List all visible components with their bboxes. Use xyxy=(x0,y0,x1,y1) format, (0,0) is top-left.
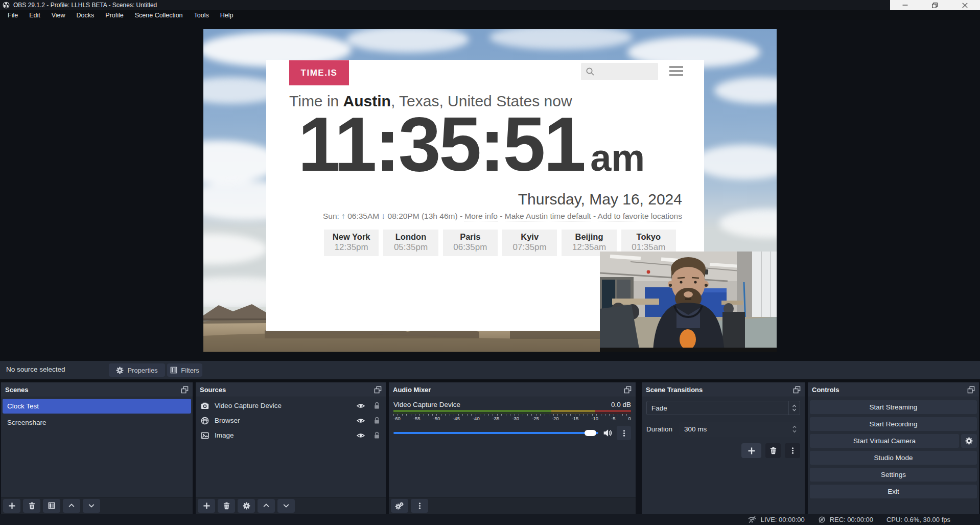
virtual-camera-config-button[interactable] xyxy=(961,434,977,448)
window-title: OBS 29.1.2 - Profile: LLHLS BETA - Scene… xyxy=(13,2,157,9)
remove-transition-button[interactable] xyxy=(765,443,781,458)
popout-icon[interactable] xyxy=(624,386,632,394)
duration-spin-arrows[interactable] xyxy=(792,422,797,437)
transition-selected-value: Fade xyxy=(647,404,788,412)
scenes-panel-header[interactable]: Scenes xyxy=(1,382,193,397)
advanced-audio-button[interactable] xyxy=(391,499,408,513)
kebab-icon xyxy=(789,447,797,454)
transition-select-arrows[interactable] xyxy=(788,401,800,415)
remove-scene-button[interactable] xyxy=(23,499,40,513)
start-virtual-camera-button[interactable]: Start Virtual Camera xyxy=(810,434,959,448)
mixer-options-button[interactable] xyxy=(617,426,631,440)
exit-button[interactable]: Exit xyxy=(810,485,977,498)
close-button[interactable] xyxy=(958,1,973,10)
chevron-down-icon xyxy=(792,430,797,433)
menu-help[interactable]: Help xyxy=(215,10,239,20)
speaker-icon[interactable] xyxy=(603,428,612,438)
city-card: New York12:35pm xyxy=(324,230,379,256)
lock-open-icon[interactable] xyxy=(373,402,381,409)
volume-slider-handle[interactable] xyxy=(585,430,596,436)
start-recording-button[interactable]: Start Recording xyxy=(810,417,977,431)
popout-icon[interactable] xyxy=(374,386,382,394)
add-scene-button[interactable] xyxy=(3,499,20,513)
timeis-sun-line: Sun: ↑ 06:35AM ↓ 08:20PM (13h 46m) - Mor… xyxy=(323,212,682,221)
obs-logo-icon xyxy=(3,2,10,9)
filter-icon xyxy=(170,367,177,374)
transitions-header[interactable]: Scene Transitions xyxy=(642,382,805,397)
add-source-button[interactable] xyxy=(198,499,215,513)
controls-title: Controls xyxy=(812,386,839,394)
studio-mode-button[interactable]: Studio Mode xyxy=(810,451,977,465)
audio-mixer-header[interactable]: Audio Mixer xyxy=(389,382,636,397)
menu-tools[interactable]: Tools xyxy=(189,10,215,20)
settings-button[interactable]: Settings xyxy=(810,468,977,482)
scene-item-screenshare[interactable]: Screenshare xyxy=(3,415,191,430)
source-row-video-capture[interactable]: Video Capture Device xyxy=(196,398,386,413)
status-bar: LIVE: 00:00:00 REC: 00:00:00 CPU: 0.6%, … xyxy=(0,514,980,525)
gear-icon xyxy=(965,437,973,445)
transition-select[interactable]: Fade xyxy=(646,401,800,415)
duration-spinbox[interactable]: 300 ms xyxy=(679,422,800,437)
mixer-channel-name: Video Capture Device xyxy=(393,401,460,408)
audio-mixer-title: Audio Mixer xyxy=(393,386,431,394)
controls-header[interactable]: Controls xyxy=(808,382,979,397)
scene-transitions-panel: Scene Transitions Fade Duration 300 ms xyxy=(642,382,805,514)
menu-profile[interactable]: Profile xyxy=(100,10,129,20)
sources-list: Video Capture Device Browser Image xyxy=(196,397,386,443)
audio-mixer-toolbar xyxy=(389,497,636,514)
scene-filters-button[interactable] xyxy=(43,499,60,513)
move-scene-down-button[interactable] xyxy=(83,499,100,513)
chevron-up-icon xyxy=(68,502,75,509)
menu-edit[interactable]: Edit xyxy=(24,10,46,20)
sources-panel-title: Sources xyxy=(200,386,226,394)
popout-icon[interactable] xyxy=(967,386,975,394)
lock-open-icon[interactable] xyxy=(373,417,381,424)
popout-icon[interactable] xyxy=(181,386,189,394)
filters-button[interactable]: Filters xyxy=(167,363,202,377)
close-icon xyxy=(962,3,968,8)
timeis-link-add-favorite: Add to favorite locations xyxy=(598,212,682,221)
menu-scene-collection[interactable]: Scene Collection xyxy=(129,10,189,20)
mixer-menu-button[interactable] xyxy=(411,499,428,513)
record-inactive-icon xyxy=(818,516,826,523)
move-scene-up-button[interactable] xyxy=(63,499,80,513)
move-source-down-button[interactable] xyxy=(277,499,295,513)
popout-icon[interactable] xyxy=(793,386,801,394)
timeis-link-more-info: More info xyxy=(464,212,498,221)
eye-icon[interactable] xyxy=(357,431,365,440)
mixer-channel-row: Video Capture Device 0.0 dB xyxy=(393,401,631,408)
chevron-down-icon xyxy=(283,502,290,509)
source-row-browser[interactable]: Browser xyxy=(196,413,386,428)
menu-docks[interactable]: Docks xyxy=(71,10,100,20)
properties-button[interactable]: Properties xyxy=(109,363,165,377)
source-row-image[interactable]: Image xyxy=(196,428,386,443)
restore-button[interactable] xyxy=(927,1,943,10)
preview-area: TIME.IS Time in Austin, Texas, United St… xyxy=(0,20,980,361)
scene-preview-canvas[interactable]: TIME.IS Time in Austin, Texas, United St… xyxy=(203,29,777,352)
scene-item-clock-test[interactable]: Clock Test xyxy=(3,399,191,414)
menu-bar: File Edit View Docks Profile Scene Colle… xyxy=(0,10,980,20)
lock-open-icon[interactable] xyxy=(373,431,381,439)
move-source-up-button[interactable] xyxy=(258,499,275,513)
menu-view[interactable]: View xyxy=(46,10,71,20)
start-streaming-button[interactable]: Start Streaming xyxy=(810,400,977,414)
add-transition-button[interactable] xyxy=(741,443,761,458)
eye-icon[interactable] xyxy=(357,402,365,410)
window-caption-buttons xyxy=(890,0,980,10)
minimize-button[interactable] xyxy=(897,1,913,10)
live-time: LIVE: 00:00:00 xyxy=(761,516,805,523)
cpu-fps-label: CPU: 0.6%, 30.00 fps xyxy=(886,516,950,523)
volume-meter xyxy=(393,410,631,416)
window-titlebar[interactable]: OBS 29.1.2 - Profile: LLHLS BETA - Scene… xyxy=(0,0,980,10)
sources-panel: Sources Video Capture Device Browser Ima… xyxy=(196,382,386,514)
timeis-logo: TIME.IS xyxy=(289,60,349,85)
chevron-up-icon xyxy=(792,425,797,428)
eye-icon[interactable] xyxy=(357,417,365,425)
menu-file[interactable]: File xyxy=(2,10,24,20)
transition-options-button[interactable] xyxy=(785,443,800,458)
volume-slider[interactable] xyxy=(393,432,598,434)
remove-source-button[interactable] xyxy=(218,499,235,513)
webcam-frame xyxy=(600,252,777,352)
source-properties-button[interactable] xyxy=(238,499,255,513)
sources-panel-header[interactable]: Sources xyxy=(196,382,386,397)
